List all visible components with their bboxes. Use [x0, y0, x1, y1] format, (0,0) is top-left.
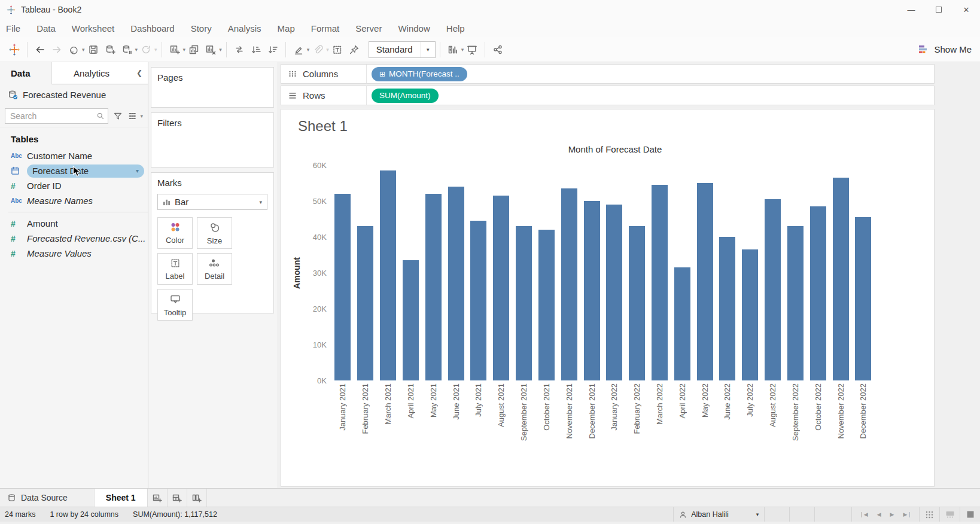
tab-data[interactable]: Data — [0, 62, 51, 84]
tab-analytics[interactable]: Analytics — [51, 62, 131, 84]
clear-sheet-button[interactable] — [202, 41, 219, 59]
menu-item-dashboard[interactable]: Dashboard — [130, 23, 174, 33]
fit-select[interactable]: Standard ▾ — [369, 41, 436, 58]
bar-april-2022[interactable] — [674, 267, 690, 380]
duplicate-sheet-button[interactable] — [185, 41, 202, 59]
share-button[interactable] — [489, 41, 506, 59]
bar-july-2022[interactable] — [742, 249, 758, 380]
bar-february-2021[interactable] — [357, 226, 373, 380]
field-customer-name[interactable]: Abc Customer Name — [0, 148, 148, 163]
pager-next-icon[interactable]: ▶ — [890, 511, 894, 517]
undo-button[interactable] — [32, 41, 48, 59]
show-filmstrip-button[interactable] — [939, 507, 960, 522]
redo-button[interactable] — [48, 41, 65, 59]
show-mark-labels-button[interactable] — [329, 41, 346, 59]
new-worksheet-button[interactable] — [166, 41, 183, 59]
save-button[interactable] — [85, 41, 102, 59]
field-amount[interactable]: # Amount — [0, 216, 148, 231]
show-tabs-button[interactable] — [960, 507, 980, 522]
bar-september-2021[interactable] — [516, 226, 532, 380]
new-story-tab-button[interactable] — [187, 489, 207, 507]
tab-sheet-1[interactable]: Sheet 1 — [95, 489, 148, 507]
detail-button[interactable]: Detail — [197, 253, 232, 285]
bar-december-2022[interactable] — [855, 217, 871, 380]
expand-icon[interactable]: ⊞ — [379, 70, 385, 78]
show-hide-cards-button[interactable] — [445, 41, 461, 59]
tab-data-source[interactable]: Data Source — [0, 489, 95, 507]
show-me-button[interactable]: Show Me — [919, 44, 972, 54]
datasource-item[interactable]: Forecasted Revenue — [0, 84, 148, 105]
menu-item-data[interactable]: Data — [36, 23, 56, 33]
bar-march-2022[interactable] — [652, 185, 668, 380]
size-button[interactable]: Size — [197, 217, 232, 249]
replay-animation-button[interactable] — [65, 41, 82, 59]
presentation-mode-button[interactable] — [464, 41, 480, 59]
pager-first-icon[interactable]: ❘◀ — [859, 511, 868, 517]
field-measure-names[interactable]: Abc Measure Names — [0, 193, 148, 208]
tooltip-button[interactable]: Tooltip — [157, 289, 193, 321]
filter-fields-icon[interactable] — [112, 111, 123, 121]
pager-last-icon[interactable]: ▶❘ — [903, 511, 912, 517]
run-auto-updates-button[interactable] — [138, 41, 154, 59]
new-worksheet-tab-button[interactable] — [148, 489, 168, 507]
fit-select-caret-icon[interactable]: ▾ — [421, 42, 435, 57]
bar-october-2021[interactable] — [538, 230, 555, 380]
bar-may-2021[interactable] — [425, 194, 442, 380]
filters-shelf[interactable]: Filters — [151, 112, 274, 167]
bar-december-2021[interactable] — [584, 201, 600, 380]
run-updates-caret-icon[interactable]: ▾ — [154, 47, 157, 53]
collapse-pane-icon[interactable]: ❮ — [131, 62, 148, 84]
clear-sheet-caret-icon[interactable]: ▾ — [219, 47, 222, 53]
menu-item-analysis[interactable]: Analysis — [228, 23, 261, 33]
bar-october-2022[interactable] — [810, 206, 826, 380]
bar-july-2021[interactable] — [470, 221, 486, 380]
bar-january-2022[interactable] — [606, 205, 622, 380]
bar-march-2021[interactable] — [380, 170, 396, 380]
label-button[interactable]: Label — [157, 253, 193, 285]
bar-may-2022[interactable] — [697, 183, 713, 380]
sort-ascending-button[interactable] — [248, 41, 264, 59]
color-button[interactable]: Color — [157, 217, 193, 249]
bar-august-2021[interactable] — [493, 196, 509, 380]
highlight-button[interactable] — [290, 41, 307, 59]
field-measure-values[interactable]: # Measure Values — [0, 246, 148, 261]
new-dashboard-tab-button[interactable] — [168, 489, 187, 507]
maximize-button[interactable] — [925, 0, 952, 19]
field-order-id[interactable]: # Order ID — [0, 178, 148, 193]
menu-item-worksheet[interactable]: Worksheet — [72, 23, 114, 33]
tableau-home-icon[interactable] — [6, 41, 23, 59]
menu-item-map[interactable]: Map — [278, 23, 295, 33]
field-forecast-date-pill[interactable]: Forecast Date ▾ — [27, 164, 144, 178]
bar-november-2022[interactable] — [833, 178, 849, 380]
bar-june-2022[interactable] — [719, 237, 735, 380]
rows-shelf[interactable]: Rows SUM(Amount) — [281, 86, 935, 105]
bar-february-2022[interactable] — [629, 226, 645, 380]
bar-january-2021[interactable] — [334, 194, 351, 380]
mark-type-select[interactable]: Bar ▾ — [157, 194, 267, 210]
new-data-source-button[interactable] — [102, 41, 118, 59]
field-caret-icon[interactable]: ▾ — [136, 167, 139, 174]
columns-shelf[interactable]: Columns ⊞ MONTH(Forecast .. — [281, 64, 935, 84]
rows-pill[interactable]: SUM(Amount) — [372, 89, 439, 103]
menu-item-window[interactable]: Window — [398, 23, 430, 33]
sort-descending-button[interactable] — [264, 41, 281, 59]
user-menu[interactable]: Alban Halili ▾ — [673, 507, 764, 522]
pager-previous-icon[interactable]: ◀ — [877, 511, 881, 517]
menu-item-help[interactable]: Help — [446, 23, 465, 33]
fix-axes-button[interactable] — [346, 41, 363, 59]
pages-shelf[interactable]: Pages — [151, 67, 274, 108]
search-input[interactable] — [5, 108, 108, 124]
columns-pill[interactable]: ⊞ MONTH(Forecast .. — [372, 67, 467, 81]
view-as-list-icon[interactable]: ▾ — [127, 111, 143, 121]
bar-november-2021[interactable] — [561, 188, 577, 380]
show-sheet-sorter-button[interactable] — [919, 507, 939, 522]
bar-august-2022[interactable] — [765, 199, 781, 380]
bar-june-2021[interactable] — [448, 187, 464, 380]
minimize-button[interactable]: — — [897, 0, 925, 19]
field-forecasted-revenue-csv[interactable]: # Forecasted Revenue.csv (C... — [0, 231, 148, 246]
menu-item-file[interactable]: File — [6, 23, 20, 33]
user-menu-caret-icon[interactable]: ▾ — [756, 511, 759, 517]
swap-rows-columns-button[interactable] — [231, 41, 248, 59]
pause-auto-updates-button[interactable] — [118, 41, 135, 59]
bar-september-2022[interactable] — [787, 226, 804, 380]
